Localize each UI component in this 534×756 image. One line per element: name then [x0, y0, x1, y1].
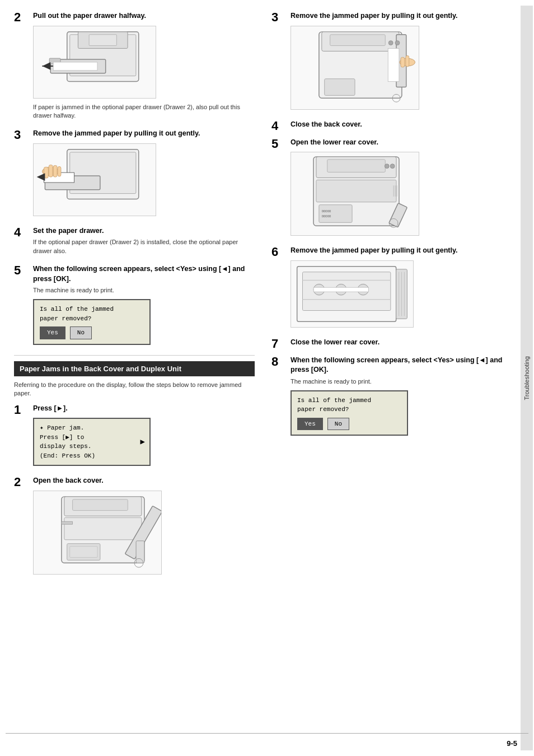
svg-point-39 [388, 40, 393, 45]
right-step6-illustration [291, 260, 414, 328]
svg-rect-36 [406, 55, 409, 67]
right-step-number-4: 4 [271, 120, 287, 132]
right-step-number-3: 3 [271, 11, 287, 24]
svg-rect-27 [70, 546, 97, 557]
step-title-2: Pull out the paper drawer halfway. [33, 11, 255, 21]
step-number-3: 3 [14, 129, 30, 141]
step-desc-2: If paper is jammed in the optional paper… [33, 103, 255, 120]
svg-text:00000: 00000 [322, 209, 331, 213]
svg-rect-17 [58, 166, 61, 176]
lcd2-no-button: No [327, 418, 349, 431]
lcd-screen-section-1: ✦ Paper jam. Press [▶] to display steps.… [33, 418, 151, 466]
step-number-2: 2 [14, 11, 30, 24]
step-title-5: When the following screen appears, selec… [33, 264, 255, 284]
lcd-section-line-3: display steps. [40, 442, 144, 451]
page-number: 9-5 [507, 739, 517, 748]
step-title-3: Remove the jammed paper by pulling it ou… [33, 129, 255, 139]
lcd-section-line-1: ✦ Paper jam. [40, 423, 144, 433]
right-step-desc-8: The machine is ready to print. [291, 377, 512, 386]
section-step-title-1: Press [►]. [33, 404, 255, 414]
step-number-4: 4 [14, 226, 30, 239]
right-step-5: 5 Open the lower rear cover. [271, 138, 512, 241]
svg-point-53 [385, 164, 389, 169]
svg-rect-15 [49, 165, 53, 177]
lcd2-yes-button: Yes [297, 418, 323, 431]
left-column: 2 Pull out the paper drawer halfway. [6, 6, 263, 750]
section-step-number-1: 1 [14, 404, 30, 416]
right-step-content-7: Close the lower rear cover. [291, 338, 512, 350]
step3-illustration [33, 143, 156, 216]
step-content-5: When the following screen appears, selec… [33, 264, 255, 349]
section-step-1: 1 Press [►]. ✦ Paper jam. Press [▶] to d… [14, 404, 255, 471]
lcd-line-1: Is all of the jammed [40, 305, 144, 314]
sidebar: Troubleshooting [521, 6, 533, 750]
step-content-2: Pull out the paper drawer halfway. [33, 11, 255, 123]
right-step-content-4: Close the back cover. [291, 120, 512, 132]
svg-rect-6 [53, 62, 97, 71]
right-step-4: 4 Close the back cover. [271, 120, 512, 132]
lcd-no-button: No [70, 326, 92, 339]
lcd-section-line-4: (End: Press OK) [40, 451, 144, 461]
lcd-screen-2: Is all of the jammed paper removed? Yes … [291, 390, 408, 436]
bottom-divider [6, 733, 528, 734]
main-content: 2 Pull out the paper drawer halfway. [0, 0, 534, 756]
section-step-content-2: Open the back cover. [33, 476, 255, 579]
right-step-number-8: 8 [271, 356, 287, 368]
svg-marker-18 [37, 173, 45, 181]
section-header: Paper Jams in the Back Cover and Duplex … [14, 361, 255, 376]
right-step-7: 7 Close the lower rear cover. [271, 338, 512, 350]
step-number-5: 5 [14, 264, 30, 277]
right-step3-illustration [291, 26, 419, 110]
left-step-3: 3 Remove the jammed paper by pulling it … [14, 129, 255, 221]
right-column: 3 Remove the jammed paper by pulling it … [263, 6, 521, 750]
svg-rect-33 [388, 48, 399, 81]
left-step-2: 2 Pull out the paper drawer halfway. [14, 11, 255, 123]
page: 2 Pull out the paper drawer halfway. [0, 0, 534, 756]
section-step-2: 2 Open the back cover. [14, 476, 255, 579]
right-step-content-5: Open the lower rear cover. [291, 138, 512, 241]
right-step-title-7: Close the lower rear cover. [291, 338, 512, 348]
right-step3-svg [291, 26, 419, 109]
right-step-title-3: Remove the jammed paper by pulling it ou… [291, 11, 512, 21]
right-step-title-5: Open the lower rear cover. [291, 138, 512, 148]
right-step6-svg [291, 261, 413, 327]
svg-rect-44 [316, 180, 396, 202]
right-step-number-7: 7 [271, 338, 287, 350]
right-step-title-6: Remove the jammed paper by pulling it ou… [291, 246, 512, 256]
section-step-number-2: 2 [14, 476, 30, 488]
svg-rect-31 [330, 34, 386, 45]
right-step-number-6: 6 [271, 246, 287, 258]
right-step-number-5: 5 [271, 138, 287, 150]
sidebar-label-text: Troubleshooting [523, 356, 530, 400]
right-step-title-4: Close the back cover. [291, 120, 512, 130]
step3-svg [34, 144, 156, 216]
step-title-4: Set the paper drawer. [33, 226, 255, 236]
svg-rect-35 [401, 57, 405, 67]
right-step-title-8: When the following screen appears, selec… [291, 356, 512, 375]
section-intro: Referring to the procedure on the displa… [14, 381, 255, 398]
svg-point-54 [390, 164, 395, 169]
svg-rect-21 [73, 500, 128, 511]
right-step5-svg: 00000 00000 [291, 152, 419, 235]
lcd-screen-1: Is all of the jammed paper removed? Yes … [33, 299, 151, 345]
right-step-content-3: Remove the jammed paper by pulling it ou… [291, 11, 512, 114]
svg-rect-25 [136, 541, 144, 563]
section-divider [14, 355, 255, 356]
lcd2-line-2: paper removed? [297, 405, 401, 414]
step2-svg [34, 26, 156, 98]
svg-point-40 [395, 40, 400, 45]
svg-rect-22 [64, 517, 142, 539]
svg-rect-16 [53, 165, 57, 177]
svg-rect-8 [89, 34, 116, 45]
lcd-buttons-2: Yes No [297, 418, 401, 431]
step-desc-5: The machine is ready to print. [33, 286, 255, 295]
svg-rect-62 [313, 287, 368, 292]
svg-rect-37 [325, 78, 355, 95]
lcd-arrow-icon: ▶ [140, 436, 145, 448]
right-step-6: 6 Remove the jammed paper by pulling it … [271, 246, 512, 332]
section-step-content-1: Press [►]. ✦ Paper jam. Press [▶] to dis… [33, 404, 255, 471]
step2-illustration [33, 26, 156, 99]
step-desc-4: If the optional paper drawer (Drawer 2) … [33, 238, 255, 255]
right-step5-illustration: 00000 00000 [291, 152, 419, 236]
left-step-4: 4 Set the paper drawer. If the optional … [14, 226, 255, 259]
